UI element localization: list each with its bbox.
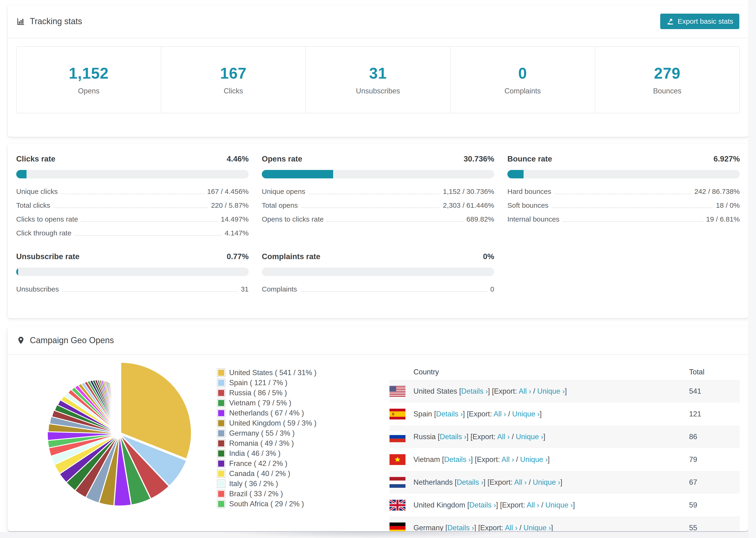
stat-cell-unsubscribes: 31Unsubscribes <box>305 47 450 113</box>
legend-item-spain[interactable]: Spain ( 121 / 7% ) <box>217 378 349 388</box>
country-name: Vietnam <box>413 456 440 463</box>
legend-item-brazil[interactable]: Brazil ( 33 / 2% ) <box>217 489 349 499</box>
rate-row-value: 1,152 / 30.736% <box>443 188 494 195</box>
stat-label: Opens <box>78 87 99 95</box>
vn-flag-icon <box>390 454 405 465</box>
tracking-stats-card: Tracking stats Export basic stats 1,152O… <box>8 5 748 137</box>
legend-swatch-color <box>218 440 224 447</box>
legend-item-romania[interactable]: Romania ( 49 / 3% ) <box>217 438 349 448</box>
export-all-link[interactable]: All › <box>527 501 539 509</box>
pie-slice-other-44[interactable] <box>119 396 120 432</box>
export-unique-link[interactable]: Unique › <box>545 501 573 509</box>
export-all-link[interactable]: All › <box>514 478 527 486</box>
export-basic-stats-button[interactable]: Export basic stats <box>660 14 739 29</box>
export-unique-link[interactable]: Unique › <box>523 524 551 531</box>
legend-item-france[interactable]: France ( 42 / 2% ) <box>217 458 349 468</box>
legend-swatch <box>217 439 225 448</box>
legend-label: United Kingdom ( 59 / 3% ) <box>229 419 316 427</box>
export-unique-link[interactable]: Unique › <box>512 410 540 418</box>
legend-swatch <box>217 469 225 478</box>
legend-item-russia[interactable]: Russia ( 86 / 5% ) <box>217 388 349 398</box>
rate-title-row: Clicks rate4.46% <box>16 154 249 163</box>
ru-flag-icon <box>390 431 405 442</box>
rate-rows: Unsubscribes31 <box>16 282 249 296</box>
stat-value: 279 <box>654 64 680 82</box>
rate-row-value: 0 <box>490 285 494 293</box>
legend-item-vietnam[interactable]: Vietnam ( 79 / 5% ) <box>217 398 349 408</box>
geo-legend: United States ( 541 / 31% )Spain ( 121 /… <box>217 364 349 509</box>
rate-row-value: 31 <box>241 285 249 293</box>
rate-value: 0.77% <box>227 252 249 261</box>
rate-title: Complaints rate <box>262 252 320 261</box>
legend-swatch <box>217 409 225 417</box>
legend-item-south-africa[interactable]: South Africa ( 29 / 2% ) <box>217 499 349 509</box>
vertical-scrollbar-track[interactable] <box>748 0 756 538</box>
legend-label: South Africa ( 29 / 2% ) <box>229 500 304 508</box>
rate-row: Hard bounces242 / 86.738% <box>507 185 740 198</box>
stat-cell-complaints: 0Complaints <box>450 47 595 113</box>
export-unique-link[interactable]: Unique › <box>516 433 543 441</box>
legend-item-canada[interactable]: Canada ( 40 / 2% ) <box>217 468 349 479</box>
export-all-link[interactable]: All › <box>502 456 514 463</box>
legend-swatch <box>217 480 225 488</box>
total-cell: 541 <box>689 380 740 403</box>
legend-label: Netherlands ( 67 / 4% ) <box>229 409 304 417</box>
export-all-link[interactable]: All › <box>519 387 531 395</box>
details-link[interactable]: Details › <box>457 478 483 486</box>
export-all-link[interactable]: All › <box>497 433 510 441</box>
rate-row: Click through rate4.147% <box>16 226 249 240</box>
rate-row-label: Unique clicks <box>16 188 58 195</box>
rate-row: Internal bounces19 / 6.81% <box>507 212 740 226</box>
legend-label: Spain ( 121 / 7% ) <box>229 379 287 387</box>
rate-value: 4.46% <box>227 154 249 163</box>
total-column-header: Total <box>689 364 740 380</box>
details-link[interactable]: Details › <box>469 501 496 509</box>
dotted-leader <box>552 207 713 208</box>
rate-row-label: Internal bounces <box>507 215 560 223</box>
geo-table-wrap: Country Total United States [Details ›] … <box>390 364 740 531</box>
tracking-stats-header: Tracking stats Export basic stats <box>8 5 748 38</box>
country-name: United States <box>413 387 457 395</box>
dotted-leader <box>81 221 217 222</box>
legend-item-germany[interactable]: Germany ( 55 / 3% ) <box>217 428 349 438</box>
stat-value: 0 <box>518 64 527 82</box>
export-all-link[interactable]: All › <box>494 410 506 418</box>
rate-row-value: 689.82% <box>466 215 494 223</box>
geo-pie-chart[interactable] <box>47 361 192 508</box>
export-unique-link[interactable]: Unique › <box>520 456 548 463</box>
legend-swatch-color <box>218 460 224 467</box>
rates-grid: Clicks rate4.46%Unique clicks167 / 4.456… <box>8 144 748 296</box>
stat-cell-opens: 1,152Opens <box>17 47 161 113</box>
rate-rows: Unique opens1,152 / 30.736%Total opens2,… <box>262 185 494 226</box>
export-unique-link[interactable]: Unique › <box>533 478 560 486</box>
export-all-link[interactable]: All › <box>505 524 517 531</box>
stat-cell-bounces: 279Bounces <box>595 47 739 113</box>
legend-item-united-states[interactable]: United States ( 541 / 31% ) <box>217 368 349 378</box>
legend-swatch <box>217 399 225 407</box>
total-cell: 67 <box>689 471 740 494</box>
rate-row-label: Total clicks <box>16 201 50 209</box>
rate-row-value: 242 / 86.738% <box>694 188 740 195</box>
export-unique-link[interactable]: Unique › <box>537 387 565 395</box>
details-link[interactable]: Details › <box>448 524 474 531</box>
gb-flag-icon <box>390 500 405 511</box>
stat-label: Clicks <box>224 87 243 95</box>
rate-row-label: Soft bounces <box>507 201 549 209</box>
rate-row-label: Opens to clicks rate <box>262 215 324 223</box>
legend-item-italy[interactable]: Italy ( 36 / 2% ) <box>217 479 349 489</box>
rate-row: Soft bounces18 / 0% <box>507 198 740 212</box>
stat-label: Unsubscribes <box>356 87 400 95</box>
country-name: Germany <box>413 524 443 531</box>
rate-row: Opens to clicks rate689.82% <box>262 212 494 226</box>
dotted-leader <box>308 194 440 194</box>
details-link[interactable]: Details › <box>436 410 463 418</box>
rate-title-row: Unsubscribe rate0.77% <box>16 252 249 261</box>
dotted-leader <box>75 235 221 236</box>
details-link[interactable]: Details › <box>440 433 466 441</box>
rate-progress-fill <box>262 170 333 178</box>
legend-item-united-kingdom[interactable]: United Kingdom ( 59 / 3% ) <box>217 418 349 428</box>
legend-item-india[interactable]: India ( 46 / 3% ) <box>217 448 349 458</box>
legend-item-netherlands[interactable]: Netherlands ( 67 / 4% ) <box>217 408 349 418</box>
details-link[interactable]: Details › <box>461 387 488 395</box>
details-link[interactable]: Details › <box>444 456 471 463</box>
